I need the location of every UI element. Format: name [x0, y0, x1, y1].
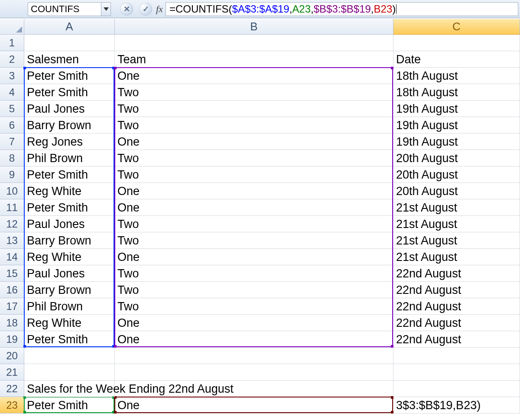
- cell-A7[interactable]: Reg Jones: [24, 133, 115, 150]
- row-head-21[interactable]: 21: [0, 364, 24, 381]
- row-head-6[interactable]: 6: [0, 117, 24, 133]
- worksheet[interactable]: A B C 12SalesmenTeamDate3Peter SmithOne1…: [0, 19, 520, 420]
- row-head-23[interactable]: 23: [0, 397, 24, 413]
- cell-A19[interactable]: Peter Smith: [24, 331, 115, 348]
- cell-C14[interactable]: 21st August: [393, 249, 520, 265]
- cell-B15[interactable]: Two: [115, 265, 393, 282]
- cell-A22[interactable]: Sales for the Week Ending 22nd August: [24, 381, 115, 397]
- cell-A18[interactable]: Reg White: [24, 315, 115, 331]
- cell-C16[interactable]: 22nd August: [393, 282, 520, 298]
- row-head-4[interactable]: 4: [0, 84, 24, 101]
- cell-B14[interactable]: One: [115, 249, 393, 265]
- cell-A13[interactable]: Barry Brown: [24, 232, 115, 249]
- cell-B11[interactable]: One: [115, 199, 393, 216]
- cell-B1[interactable]: [115, 35, 393, 51]
- cell-C13[interactable]: 21st August: [393, 232, 520, 249]
- cell-B6[interactable]: Two: [115, 117, 393, 133]
- cell-C6[interactable]: 19th August: [393, 117, 520, 133]
- cell-B9[interactable]: Two: [115, 166, 393, 183]
- row-head-18[interactable]: 18: [0, 315, 24, 331]
- cell-C12[interactable]: 21st August: [393, 216, 520, 232]
- cell-B16[interactable]: Two: [115, 282, 393, 298]
- row-head-14[interactable]: 14: [0, 249, 24, 265]
- cell-A16[interactable]: Barry Brown: [24, 282, 115, 298]
- cell-C10[interactable]: 20th August: [393, 183, 520, 199]
- cell-B13[interactable]: Two: [115, 232, 393, 249]
- row-head-9[interactable]: 9: [0, 166, 24, 183]
- row-head-16[interactable]: 16: [0, 282, 24, 298]
- cell-A8[interactable]: Phil Brown: [24, 150, 115, 166]
- cell-B2[interactable]: Team: [115, 51, 393, 68]
- cell-A9[interactable]: Peter Smith: [24, 166, 115, 183]
- row-head-17[interactable]: 17: [0, 298, 24, 315]
- cell-A14[interactable]: Reg White: [24, 249, 115, 265]
- cell-C22[interactable]: [393, 381, 520, 397]
- row-head-10[interactable]: 10: [0, 183, 24, 199]
- row-head-8[interactable]: 8: [0, 150, 24, 166]
- cell-C3[interactable]: 18th August: [393, 68, 520, 84]
- cell-C15[interactable]: 22nd August: [393, 265, 520, 282]
- row-head-2[interactable]: 2: [0, 51, 24, 68]
- cell-C18[interactable]: 22nd August: [393, 315, 520, 331]
- row-head-15[interactable]: 15: [0, 265, 24, 282]
- cell-C2[interactable]: Date: [393, 51, 520, 68]
- cell-B8[interactable]: Two: [115, 150, 393, 166]
- col-head-B[interactable]: B: [115, 19, 393, 35]
- cell-A5[interactable]: Paul Jones: [24, 101, 115, 117]
- row-head-5[interactable]: 5: [0, 101, 24, 117]
- cell-B3[interactable]: One: [115, 68, 393, 84]
- cell-A6[interactable]: Barry Brown: [24, 117, 115, 133]
- name-box-dropdown[interactable]: [101, 2, 111, 16]
- cell-B18[interactable]: One: [115, 315, 393, 331]
- row-head-12[interactable]: 12: [0, 216, 24, 232]
- row-head-7[interactable]: 7: [0, 133, 24, 150]
- cell-B7[interactable]: One: [115, 133, 393, 150]
- cell-A2[interactable]: Salesmen: [24, 51, 115, 68]
- fx-icon[interactable]: fx: [156, 3, 163, 15]
- cell-B21[interactable]: [115, 364, 393, 381]
- cell-C5[interactable]: 19th August: [393, 101, 520, 117]
- cell-C21[interactable]: [393, 364, 520, 381]
- cell-A15[interactable]: Paul Jones: [24, 265, 115, 282]
- cell-B12[interactable]: Two: [115, 216, 393, 232]
- cell-B20[interactable]: [115, 348, 393, 364]
- cell-C11[interactable]: 21st August: [393, 199, 520, 216]
- cell-C9[interactable]: 20th August: [393, 166, 520, 183]
- row-head-11[interactable]: 11: [0, 199, 24, 216]
- cell-B10[interactable]: One: [115, 183, 393, 199]
- cell-C23[interactable]: 3$3:$B$19,B23): [393, 397, 520, 413]
- cell-C19[interactable]: 22nd August: [393, 331, 520, 348]
- cell-A4[interactable]: Peter Smith: [24, 84, 115, 101]
- formula-input[interactable]: =COUNTIFS($A$3:$A$19,A23,$B$3:$B$19,B23): [166, 2, 518, 16]
- cell-A17[interactable]: Phil Brown: [24, 298, 115, 315]
- cell-B23[interactable]: One: [115, 397, 393, 413]
- cell-C1[interactable]: [393, 35, 520, 51]
- cell-B17[interactable]: Two: [115, 298, 393, 315]
- col-head-A[interactable]: A: [24, 19, 115, 35]
- cell-A3[interactable]: Peter Smith: [24, 68, 115, 84]
- cell-C20[interactable]: [393, 348, 520, 364]
- cell-C7[interactable]: 19th August: [393, 133, 520, 150]
- row-head-1[interactable]: 1: [0, 35, 24, 51]
- cell-A11[interactable]: Peter Smith: [24, 199, 115, 216]
- cell-B5[interactable]: Two: [115, 101, 393, 117]
- cell-A21[interactable]: [24, 364, 115, 381]
- cell-A23[interactable]: Peter Smith: [24, 397, 115, 413]
- enter-button[interactable]: ✓: [136, 2, 155, 16]
- row-head-20[interactable]: 20: [0, 348, 24, 364]
- row-head-3[interactable]: 3: [0, 68, 24, 84]
- cell-C17[interactable]: 22nd August: [393, 298, 520, 315]
- row-head-22[interactable]: 22: [0, 381, 24, 397]
- cell-A1[interactable]: [24, 35, 115, 51]
- row-head-13[interactable]: 13: [0, 232, 24, 249]
- row-head-19[interactable]: 19: [0, 331, 24, 348]
- cell-A20[interactable]: [24, 348, 115, 364]
- cell-B19[interactable]: One: [115, 331, 393, 348]
- cancel-button[interactable]: ✕: [117, 2, 136, 16]
- cell-C4[interactable]: 18th August: [393, 84, 520, 101]
- cell-A10[interactable]: Reg White: [24, 183, 115, 199]
- cell-C8[interactable]: 20th August: [393, 150, 520, 166]
- cell-B4[interactable]: Two: [115, 84, 393, 101]
- select-all-corner[interactable]: [0, 19, 24, 35]
- name-box[interactable]: COUNTIFS: [28, 2, 101, 16]
